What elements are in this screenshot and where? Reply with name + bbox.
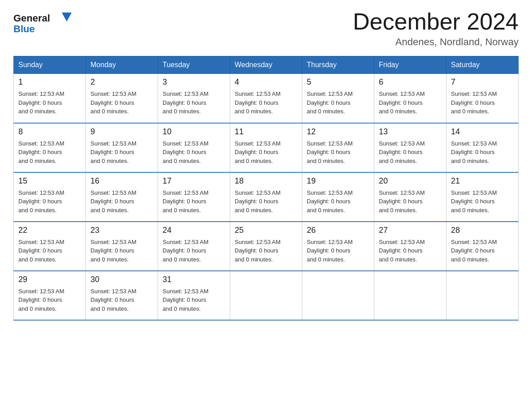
day-info: Sunset: 12:53 AMDaylight: 0 hoursand 0 m… [163,238,225,264]
day-info: Sunset: 12:53 AMDaylight: 0 hoursand 0 m… [18,287,81,313]
calendar-title-block: December 2024 Andenes, Nordland, Norway [353,9,519,48]
table-row: 20Sunset: 12:53 AMDaylight: 0 hoursand 0… [374,172,446,222]
table-row: 16Sunset: 12:53 AMDaylight: 0 hoursand 0… [86,172,158,222]
day-info: Sunset: 12:53 AMDaylight: 0 hoursand 0 m… [18,188,81,215]
day-info: Sunset: 12:53 AMDaylight: 0 hoursand 0 m… [90,188,153,215]
day-info: Sunset: 12:53 AMDaylight: 0 hoursand 0 m… [451,90,514,116]
logo-svg: General Blue [13,9,72,36]
day-number: 15 [18,176,81,186]
day-info: Sunset: 12:53 AMDaylight: 0 hoursand 0 m… [307,90,369,116]
table-row: 25Sunset: 12:53 AMDaylight: 0 hoursand 0… [230,222,302,271]
day-info: Sunset: 12:53 AMDaylight: 0 hoursand 0 m… [235,90,297,116]
day-number: 28 [451,226,514,235]
day-number: 20 [379,176,442,186]
day-info: Sunset: 12:53 AMDaylight: 0 hoursand 0 m… [163,139,225,166]
day-info: Sunset: 12:53 AMDaylight: 0 hoursand 0 m… [235,238,297,264]
calendar-month-year: December 2024 [353,9,519,34]
table-row: 6Sunset: 12:53 AMDaylight: 0 hoursand 0 … [374,74,446,123]
header-sunday: Sunday [14,56,86,74]
calendar-week-row: 15Sunset: 12:53 AMDaylight: 0 hoursand 0… [14,172,519,222]
header-saturday: Saturday [446,56,519,74]
day-number: 26 [307,226,369,235]
logo: General Blue [13,9,72,38]
svg-marker-1 [62,13,72,21]
day-info: Sunset: 12:53 AMDaylight: 0 hoursand 0 m… [18,139,81,166]
calendar-week-row: 1Sunset: 12:53 AMDaylight: 0 hoursand 0 … [14,74,519,123]
day-number: 12 [307,127,369,137]
header-tuesday: Tuesday [158,56,230,74]
table-row: 10Sunset: 12:53 AMDaylight: 0 hoursand 0… [158,123,230,172]
day-info: Sunset: 12:53 AMDaylight: 0 hoursand 0 m… [379,90,442,116]
table-row: 4Sunset: 12:53 AMDaylight: 0 hoursand 0 … [230,74,302,123]
table-row: 23Sunset: 12:53 AMDaylight: 0 hoursand 0… [86,222,158,271]
table-row: 27Sunset: 12:53 AMDaylight: 0 hoursand 0… [374,222,446,271]
calendar-week-row: 22Sunset: 12:53 AMDaylight: 0 hoursand 0… [14,222,519,271]
table-row: 13Sunset: 12:53 AMDaylight: 0 hoursand 0… [374,123,446,172]
table-row: 2Sunset: 12:53 AMDaylight: 0 hoursand 0 … [86,74,158,123]
day-number: 24 [163,226,225,235]
day-info: Sunset: 12:53 AMDaylight: 0 hoursand 0 m… [90,238,153,264]
day-number: 13 [379,127,442,137]
day-info: Sunset: 12:53 AMDaylight: 0 hoursand 0 m… [90,90,153,116]
day-info: Sunset: 12:53 AMDaylight: 0 hoursand 0 m… [163,287,225,313]
day-info: Sunset: 12:53 AMDaylight: 0 hoursand 0 m… [379,139,442,166]
table-row: 31Sunset: 12:53 AMDaylight: 0 hoursand 0… [158,271,230,320]
day-number: 14 [451,127,514,137]
table-row [446,271,519,320]
table-row: 19Sunset: 12:53 AMDaylight: 0 hoursand 0… [302,172,374,222]
day-number: 17 [163,176,225,186]
table-row: 14Sunset: 12:53 AMDaylight: 0 hoursand 0… [446,123,519,172]
day-info: Sunset: 12:53 AMDaylight: 0 hoursand 0 m… [451,238,514,264]
table-row: 9Sunset: 12:53 AMDaylight: 0 hoursand 0 … [86,123,158,172]
table-row: 22Sunset: 12:53 AMDaylight: 0 hoursand 0… [14,222,86,271]
table-row [230,271,302,320]
day-number: 8 [18,127,81,137]
day-number: 1 [18,77,81,87]
table-row: 7Sunset: 12:53 AMDaylight: 0 hoursand 0 … [446,74,519,123]
day-number: 27 [379,226,442,235]
table-row: 8Sunset: 12:53 AMDaylight: 0 hoursand 0 … [14,123,86,172]
table-row [374,271,446,320]
day-info: Sunset: 12:53 AMDaylight: 0 hoursand 0 m… [90,287,153,313]
table-row: 17Sunset: 12:53 AMDaylight: 0 hoursand 0… [158,172,230,222]
table-row: 11Sunset: 12:53 AMDaylight: 0 hoursand 0… [230,123,302,172]
table-row: 29Sunset: 12:53 AMDaylight: 0 hoursand 0… [14,271,86,320]
day-number: 18 [235,176,297,186]
day-number: 6 [379,77,442,87]
day-number: 5 [307,77,369,87]
day-number: 9 [90,127,153,137]
day-info: Sunset: 12:53 AMDaylight: 0 hoursand 0 m… [379,238,442,264]
day-number: 22 [18,226,81,235]
day-info: Sunset: 12:53 AMDaylight: 0 hoursand 0 m… [235,188,297,215]
day-info: Sunset: 12:53 AMDaylight: 0 hoursand 0 m… [163,188,225,215]
day-number: 23 [90,226,153,235]
day-info: Sunset: 12:53 AMDaylight: 0 hoursand 0 m… [307,238,369,264]
day-number: 19 [307,176,369,186]
table-row: 12Sunset: 12:53 AMDaylight: 0 hoursand 0… [302,123,374,172]
day-number: 11 [235,127,297,137]
table-row: 26Sunset: 12:53 AMDaylight: 0 hoursand 0… [302,222,374,271]
header-thursday: Thursday [302,56,374,74]
day-number: 3 [163,77,225,87]
table-row: 1Sunset: 12:53 AMDaylight: 0 hoursand 0 … [14,74,86,123]
table-row: 18Sunset: 12:53 AMDaylight: 0 hoursand 0… [230,172,302,222]
calendar-week-row: 29Sunset: 12:53 AMDaylight: 0 hoursand 0… [14,271,519,320]
svg-text:Blue: Blue [13,23,35,34]
day-info: Sunset: 12:53 AMDaylight: 0 hoursand 0 m… [451,139,514,166]
day-number: 29 [18,275,81,284]
day-info: Sunset: 12:53 AMDaylight: 0 hoursand 0 m… [18,90,81,116]
day-info: Sunset: 12:53 AMDaylight: 0 hoursand 0 m… [379,188,442,215]
day-info: Sunset: 12:53 AMDaylight: 0 hoursand 0 m… [307,188,369,215]
header-monday: Monday [86,56,158,74]
page-header: General Blue December 2024 Andenes, Nord… [13,9,519,48]
table-row: 3Sunset: 12:53 AMDaylight: 0 hoursand 0 … [158,74,230,123]
day-info: Sunset: 12:53 AMDaylight: 0 hoursand 0 m… [235,139,297,166]
calendar-week-row: 8Sunset: 12:53 AMDaylight: 0 hoursand 0 … [14,123,519,172]
table-row: 28Sunset: 12:53 AMDaylight: 0 hoursand 0… [446,222,519,271]
day-number: 21 [451,176,514,186]
calendar-location: Andenes, Nordland, Norway [353,36,519,48]
day-number: 7 [451,77,514,87]
day-info: Sunset: 12:53 AMDaylight: 0 hoursand 0 m… [307,139,369,166]
day-number: 4 [235,77,297,87]
table-row: 30Sunset: 12:53 AMDaylight: 0 hoursand 0… [86,271,158,320]
